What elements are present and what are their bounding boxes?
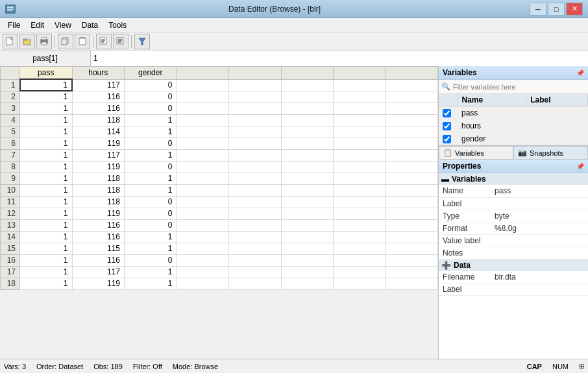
cell-hours[interactable]: 119 xyxy=(72,208,125,219)
variable-checkbox[interactable] xyxy=(443,109,451,117)
cell-hours[interactable]: 117 xyxy=(72,149,125,161)
prop-variables-section[interactable]: ▬ Variables xyxy=(439,173,588,185)
close-button[interactable]: ✕ xyxy=(566,3,583,16)
cell-gender[interactable]: 0 xyxy=(125,91,177,102)
col-header-gender[interactable]: gender xyxy=(125,67,177,80)
cell-pass[interactable]: 1 xyxy=(20,149,73,161)
cell-gender[interactable]: 1 xyxy=(125,173,177,184)
cell-pass[interactable]: 1 xyxy=(20,91,73,102)
col-header-hours[interactable]: hours xyxy=(72,67,125,80)
cell-pass[interactable]: 1 xyxy=(20,126,73,138)
cell-gender[interactable]: 0 xyxy=(125,254,177,266)
cell-gender[interactable]: 1 xyxy=(125,231,177,243)
cell-gender[interactable]: 0 xyxy=(125,208,177,219)
cell-pass[interactable]: 1 xyxy=(20,173,73,184)
formula-value[interactable]: 1 xyxy=(91,51,588,66)
cell-pass[interactable]: 1 xyxy=(20,114,73,126)
variables-pin-icon[interactable]: 📌 xyxy=(576,69,584,77)
cell-gender[interactable]: 0 xyxy=(125,79,177,91)
cell-gender[interactable]: 0 xyxy=(125,196,177,208)
minimize-button[interactable]: ─ xyxy=(530,3,546,16)
cell-pass[interactable]: 1 xyxy=(20,196,73,208)
browse-button[interactable] xyxy=(113,34,129,49)
cell-pass[interactable]: 1 xyxy=(20,266,73,278)
cell-pass[interactable]: 1 xyxy=(20,79,73,91)
cell-pass[interactable]: 1 xyxy=(20,161,73,173)
variables-filter-input[interactable] xyxy=(453,83,585,91)
cell-hours[interactable]: 116 xyxy=(72,91,125,102)
cell-gender[interactable]: 0 xyxy=(125,219,177,231)
cell-gender[interactable]: 1 xyxy=(125,184,177,196)
filter-button[interactable] xyxy=(134,34,150,49)
cell-hours[interactable]: 116 xyxy=(72,254,125,266)
cell-hours[interactable]: 116 xyxy=(72,102,125,114)
grid-scroll[interactable]: pass hours gender 1111702111603111604111… xyxy=(0,66,438,359)
cell-hours[interactable]: 118 xyxy=(72,173,125,184)
new-button[interactable] xyxy=(3,34,18,49)
open-button[interactable] xyxy=(19,34,35,49)
menu-edit[interactable]: Edit xyxy=(25,19,49,31)
cell-hours[interactable]: 119 xyxy=(72,161,125,173)
variable-label xyxy=(526,106,588,119)
cell-hours[interactable]: 116 xyxy=(72,219,125,231)
cell-hours[interactable]: 118 xyxy=(72,114,125,126)
cell-empty xyxy=(334,114,386,126)
menu-data[interactable]: Data xyxy=(77,19,103,31)
variables-table: Name Label passhoursgender xyxy=(439,94,588,145)
cell-pass[interactable]: 1 xyxy=(20,254,73,266)
cell-hours[interactable]: 118 xyxy=(72,184,125,196)
cell-hours[interactable]: 117 xyxy=(72,79,125,91)
variable-checkbox[interactable] xyxy=(443,122,451,130)
cell-gender[interactable]: 1 xyxy=(125,243,177,254)
cell-pass[interactable]: 1 xyxy=(20,208,73,219)
cell-pass[interactable]: 1 xyxy=(20,231,73,243)
cell-pass[interactable]: 1 xyxy=(20,243,73,254)
properties-scroll[interactable]: ▬ Variables NamepassLabelTypebyteFormat%… xyxy=(439,173,588,359)
print-button[interactable] xyxy=(36,34,52,49)
cell-pass[interactable]: 1 xyxy=(20,278,73,289)
var-label-header[interactable]: Label xyxy=(526,94,588,106)
cell-gender[interactable]: 1 xyxy=(125,114,177,126)
cell-gender[interactable]: 1 xyxy=(125,278,177,289)
cell-pass[interactable]: 1 xyxy=(20,138,73,149)
var-name-header[interactable]: Name xyxy=(458,94,526,106)
cell-hours[interactable]: 117 xyxy=(72,266,125,278)
menu-tools[interactable]: Tools xyxy=(103,19,132,31)
cell-hours[interactable]: 118 xyxy=(72,196,125,208)
cell-gender[interactable]: 1 xyxy=(125,266,177,278)
variable-name[interactable]: gender xyxy=(458,132,526,145)
copy-button[interactable] xyxy=(58,34,73,49)
col-header-pass[interactable]: pass xyxy=(20,67,73,80)
cell-empty xyxy=(334,149,386,161)
cell-pass[interactable]: 1 xyxy=(20,184,73,196)
properties-pin-icon[interactable]: 📌 xyxy=(576,163,584,170)
cell-gender[interactable]: 0 xyxy=(125,138,177,149)
cell-gender[interactable]: 0 xyxy=(125,161,177,173)
cell-pass[interactable]: 1 xyxy=(20,102,73,114)
edit-button[interactable] xyxy=(96,34,112,49)
cell-empty xyxy=(386,79,438,91)
variable-name[interactable]: hours xyxy=(458,119,526,132)
table-row: 111170 xyxy=(1,79,438,91)
cell-hours[interactable]: 119 xyxy=(72,138,125,149)
cell-gender[interactable]: 1 xyxy=(125,149,177,161)
row-number-cell: 17 xyxy=(1,266,20,278)
variable-checkbox[interactable] xyxy=(443,135,451,143)
cell-gender[interactable]: 0 xyxy=(125,102,177,114)
variable-name[interactable]: pass xyxy=(458,106,526,119)
prop-data-section[interactable]: ➕ Data xyxy=(439,259,588,271)
tab-variables[interactable]: 📋 Variables xyxy=(439,146,513,159)
cell-hours[interactable]: 116 xyxy=(72,231,125,243)
maximize-button[interactable]: □ xyxy=(548,3,565,16)
cell-empty xyxy=(386,208,438,219)
cell-hours[interactable]: 119 xyxy=(72,278,125,289)
cell-hours[interactable]: 114 xyxy=(72,126,125,138)
cell-gender[interactable]: 1 xyxy=(125,126,177,138)
paste-button[interactable] xyxy=(75,34,90,49)
menu-file[interactable]: File xyxy=(3,19,25,31)
table-row: 1711171 xyxy=(1,266,438,278)
cell-pass[interactable]: 1 xyxy=(20,219,73,231)
cell-hours[interactable]: 115 xyxy=(72,243,125,254)
tab-snapshots[interactable]: 📷 Snapshots xyxy=(513,146,588,159)
menu-view[interactable]: View xyxy=(49,19,77,31)
